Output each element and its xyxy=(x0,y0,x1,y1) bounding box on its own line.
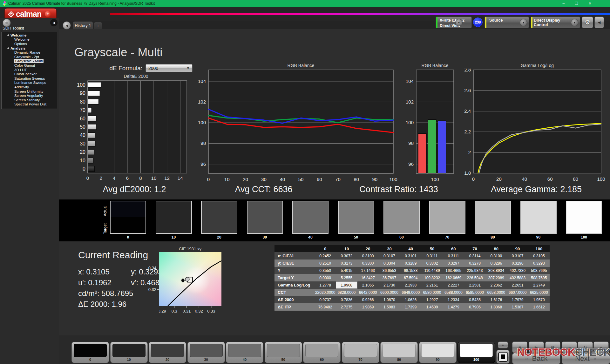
table-cell[interactable]: 1.7979 xyxy=(507,296,528,303)
table-cell[interactable]: 0.3286 xyxy=(485,260,507,267)
pattern-patch-30[interactable]: 30 xyxy=(187,342,225,363)
transport-record-button[interactable]: ● xyxy=(593,341,609,353)
collapse-panel-button[interactable]: ◀ xyxy=(594,17,604,28)
sidebar-item-additivity[interactable]: Additivity xyxy=(2,85,57,89)
table-cell[interactable]: 76.9482 xyxy=(315,303,336,311)
table-cell[interactable]: 0.5435 xyxy=(464,296,485,303)
sidebar-item-dynamic-range[interactable]: Dynamic Range xyxy=(2,50,57,55)
settings-button[interactable]: ⚙ xyxy=(582,17,593,28)
table-cell[interactable]: 6585.0000 xyxy=(464,289,485,296)
patch-row-expand-button[interactable]: ▲ xyxy=(498,341,508,348)
transport-stop-button[interactable]: ■ xyxy=(512,341,527,353)
tab-scroll-left-button[interactable]: ◀ xyxy=(63,21,71,30)
table-cell[interactable]: 0.2510 xyxy=(315,260,336,267)
table-cell[interactable]: 0.3302 xyxy=(421,260,443,267)
pattern-patch-100[interactable]: 100 xyxy=(458,342,495,363)
table-cell[interactable]: 0.3304 xyxy=(379,260,400,267)
table-cell[interactable]: 1.9869 xyxy=(357,303,379,311)
table-cell[interactable]: 0.3072 xyxy=(336,252,357,260)
minimize-button[interactable]: – xyxy=(562,0,565,7)
chevron-down-icon[interactable]: ▼ xyxy=(520,19,527,26)
pattern-window-button[interactable] xyxy=(496,350,510,364)
table-cell[interactable]: 225.9343 xyxy=(464,267,485,274)
table-cell[interactable]: 110.4489 xyxy=(421,267,443,274)
table-cell[interactable]: 0.0000 xyxy=(315,274,336,281)
transport-play-button[interactable]: ▶ xyxy=(529,341,544,353)
table-cell[interactable]: 6642.0000 xyxy=(357,289,379,296)
table-cell[interactable]: 0.3278 xyxy=(464,260,485,267)
table-cell[interactable]: 1.0870 xyxy=(379,296,400,303)
table-cell[interactable]: 2.1065 xyxy=(357,281,379,289)
maximize-button[interactable]: ❐ xyxy=(575,0,578,7)
table-cell[interactable]: 6625.0000 xyxy=(528,289,550,296)
table-cell[interactable]: 2.2581 xyxy=(464,281,485,289)
sidebar-item-grayscale-multi[interactable]: Grayscale - Multi xyxy=(2,59,57,64)
pattern-patch-50[interactable]: 50 xyxy=(265,342,302,363)
pattern-patch-20[interactable]: 20 xyxy=(149,342,186,363)
table-cell[interactable]: 6828.0000 xyxy=(336,289,357,296)
table-cell[interactable]: 2.2227 xyxy=(443,281,464,289)
sidebar-item-spectral-power-dist-[interactable]: Spectral Power Dist. xyxy=(2,102,57,107)
source-selector[interactable]: Source ▼ xyxy=(485,17,529,28)
pattern-patch-80[interactable]: 80 xyxy=(380,342,418,363)
table-cell[interactable]: 6588.0000 xyxy=(443,289,464,296)
next-button[interactable]: Next » xyxy=(562,353,610,364)
transport-pause-button[interactable]: ▮▮ xyxy=(545,341,560,353)
tree-group-welcome[interactable]: Welcome xyxy=(2,33,57,37)
expander-icon[interactable] xyxy=(7,47,9,49)
logo-dropdown-icon[interactable]: ▼ xyxy=(45,11,51,17)
table-cell[interactable]: 0.7906 xyxy=(464,303,485,311)
table-cell[interactable]: 6649.0000 xyxy=(400,289,421,296)
table-cell[interactable]: 17.1463 xyxy=(357,267,379,274)
table-cell[interactable]: 68.1588 xyxy=(400,267,421,274)
pattern-patch-60[interactable]: 60 xyxy=(303,342,341,363)
table-cell[interactable]: 0.3100 xyxy=(357,252,379,260)
pattern-patch-10[interactable]: 10 xyxy=(110,342,148,363)
table-cell[interactable]: 1.2927 xyxy=(421,296,443,303)
table-cell[interactable]: 1.9908 xyxy=(336,281,357,289)
table-cell[interactable]: 1.4279 xyxy=(443,303,464,311)
back-button[interactable]: « Back xyxy=(512,353,560,364)
table-cell[interactable]: 0.3101 xyxy=(400,252,421,260)
sidebar-item-luminance-sweeps[interactable]: Luminance Sweeps xyxy=(2,81,57,85)
sidebar-collapse-button[interactable]: ◀ xyxy=(50,19,58,26)
table-cell[interactable]: 2.1730 xyxy=(379,281,400,289)
table-cell[interactable]: 67.5994 xyxy=(400,274,421,281)
table-cell[interactable]: 1.7399 xyxy=(400,303,421,311)
table-cell[interactable]: 0.3296 xyxy=(507,260,528,267)
table-cell[interactable]: 1.6612 xyxy=(528,303,550,311)
table-cell[interactable]: 0.3107 xyxy=(507,252,528,260)
add-tab-button[interactable]: + xyxy=(94,22,102,29)
table-cell[interactable]: 2.2651 xyxy=(507,281,528,289)
chevron-down-icon[interactable]: ▼ xyxy=(571,19,578,26)
table-cell[interactable]: 6600.0000 xyxy=(379,289,400,296)
table-cell[interactable]: 1.9570 xyxy=(528,296,550,303)
pattern-patch-0[interactable]: 0 xyxy=(71,342,109,363)
table-cell[interactable]: 226.5048 xyxy=(464,274,485,281)
sidebar-item-saturation-sweeps[interactable]: Saturation Sweeps xyxy=(2,76,57,81)
de-formula-select[interactable]: 2000 ▼ xyxy=(146,64,193,72)
table-cell[interactable]: 508.7695 xyxy=(528,274,550,281)
table-cell[interactable]: 1.0626 xyxy=(400,296,421,303)
table-cell[interactable]: 508.7695 xyxy=(528,267,550,274)
table-cell[interactable]: 2.2362 xyxy=(485,281,507,289)
meter-selector[interactable]: X-Rite i1Pro 2 Direct View ▼ xyxy=(436,17,472,28)
table-cell[interactable]: 22020.0000 xyxy=(315,289,336,296)
table-cell[interactable]: 0.3273 xyxy=(336,260,357,267)
table-cell[interactable]: 163.4665 xyxy=(443,267,464,274)
table-cell[interactable]: 109.8232 xyxy=(421,274,443,281)
table-cell[interactable]: 0.3297 xyxy=(443,260,464,267)
transport-refresh-button[interactable]: ↻ xyxy=(578,341,593,353)
display-control-selector[interactable]: Direct Display Control ▼ xyxy=(531,17,580,28)
pattern-patch-70[interactable]: 70 xyxy=(342,342,379,363)
table-cell[interactable]: 2.2749 xyxy=(528,281,550,289)
table-cell[interactable]: 2.1938 xyxy=(400,281,421,289)
table-cell[interactable]: 0.3114 xyxy=(464,252,485,260)
sidebar-item-screen-stability[interactable]: Screen Stability xyxy=(2,98,57,102)
table-cell[interactable]: 2.7275 xyxy=(336,303,357,311)
table-cell[interactable]: 402.7330 xyxy=(507,267,528,274)
table-cell[interactable]: 308.8934 xyxy=(485,267,507,274)
expander-icon[interactable] xyxy=(7,34,9,36)
table-cell[interactable]: 0.3111 xyxy=(443,252,464,260)
table-cell[interactable]: 1.5387 xyxy=(507,303,528,311)
